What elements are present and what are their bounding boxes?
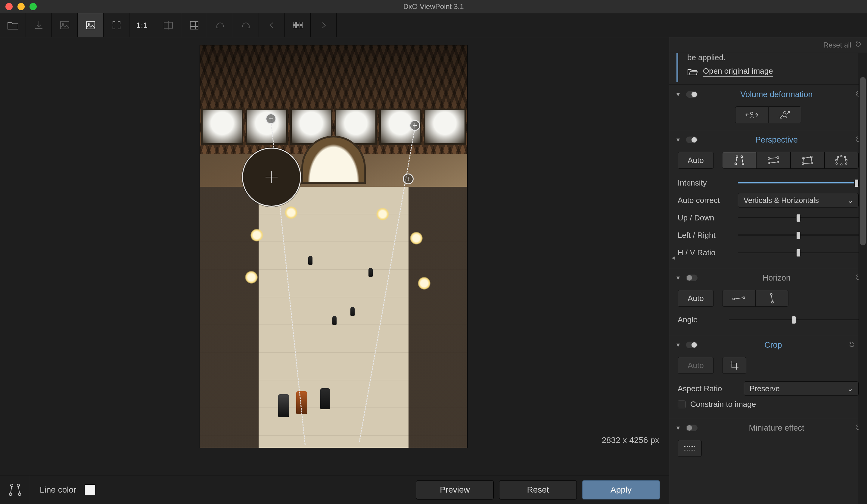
angle-label: Angle — [678, 315, 723, 325]
svg-line-17 — [11, 486, 12, 493]
close-window-button[interactable] — [6, 3, 13, 10]
open-file-button[interactable] — [0, 13, 26, 37]
disclosure-icon[interactable]: ▾ — [675, 90, 681, 98]
chevron-down-icon: ⌄ — [847, 384, 854, 393]
crop-tool-button[interactable] — [722, 357, 746, 374]
reset-all-button[interactable]: Reset all — [823, 41, 851, 49]
disclosure-icon[interactable]: ▾ — [675, 136, 681, 144]
svg-point-24 — [742, 163, 744, 165]
section-toggle-miniature[interactable] — [686, 425, 697, 431]
perspective-mode-vertical-lines[interactable] — [722, 152, 756, 169]
horizon-vertical-button[interactable] — [755, 290, 789, 307]
reset-all-icon — [855, 41, 861, 49]
svg-line-25 — [736, 157, 737, 163]
section-toggle-volume[interactable] — [686, 91, 697, 98]
scrollbar-thumb[interactable] — [860, 77, 866, 245]
volume-diagonal-button[interactable] — [768, 107, 801, 123]
image-dimensions-label: 2832 x 4256 px — [602, 436, 660, 445]
traffic-lights — [0, 3, 37, 10]
svg-point-22 — [741, 156, 743, 157]
section-title-perspective: Perspective — [702, 135, 851, 145]
section-reset-icon[interactable] — [849, 340, 855, 350]
svg-line-26 — [742, 157, 743, 163]
hvratio-slider[interactable] — [738, 249, 859, 257]
perspective-mode-rectangle[interactable] — [791, 152, 825, 169]
svg-point-42 — [841, 164, 842, 165]
perspective-handle-top-right[interactable] — [409, 120, 420, 131]
image-viewport[interactable]: 2832 x 4256 px — [0, 37, 669, 475]
horizon-auto-button[interactable]: Auto — [678, 290, 714, 307]
compare-button[interactable] — [156, 13, 181, 37]
prev-image-button[interactable] — [259, 13, 285, 37]
updown-slider[interactable] — [738, 213, 859, 222]
reset-button[interactable]: Reset — [499, 480, 577, 500]
undo-button[interactable] — [207, 13, 233, 37]
perspective-mode-8-points[interactable] — [825, 152, 859, 169]
section-crop: ▾ Crop Auto Aspect Ratio — [669, 335, 867, 418]
perspective-handle-top-left[interactable] — [266, 113, 276, 124]
horizon-horizontal-button[interactable] — [722, 290, 755, 307]
fit-to-screen-button[interactable] — [104, 13, 129, 37]
perspective-auto-button[interactable]: Auto — [678, 152, 714, 169]
perspective-mode-horizontal-lines[interactable] — [756, 152, 790, 169]
thumbnails-button[interactable] — [285, 13, 311, 37]
preview-button[interactable]: Preview — [416, 480, 494, 500]
auto-correct-select[interactable]: Verticals & Horizontals ⌄ — [738, 193, 859, 208]
svg-rect-9 — [300, 22, 302, 24]
intensity-slider[interactable] — [738, 179, 859, 187]
canvas-area: 2832 x 4256 px Line color Preview Reset … — [0, 37, 669, 504]
svg-point-30 — [777, 161, 779, 163]
section-toggle-perspective[interactable] — [686, 136, 697, 143]
svg-point-27 — [768, 157, 770, 160]
minimize-window-button[interactable] — [18, 3, 25, 10]
angle-slider[interactable] — [729, 316, 859, 324]
svg-line-49 — [735, 298, 743, 299]
maximize-window-button[interactable] — [30, 3, 37, 10]
auto-correct-value: Verticals & Horizontals — [743, 196, 819, 205]
svg-point-40 — [846, 163, 847, 164]
open-original-link[interactable]: Open original image — [687, 66, 861, 77]
svg-point-19 — [750, 112, 753, 114]
constrain-checkbox[interactable] — [678, 401, 685, 408]
perspective-loupe[interactable] — [242, 147, 301, 207]
aspect-ratio-value: Preserve — [750, 384, 780, 393]
line-color-swatch[interactable] — [85, 484, 95, 495]
volume-horizontal-button[interactable] — [735, 107, 768, 123]
chevron-down-icon: ⌄ — [847, 196, 854, 205]
processed-image-button[interactable] — [78, 13, 104, 37]
section-toggle-crop[interactable] — [686, 342, 697, 348]
constrain-label: Constrain to image — [690, 399, 756, 409]
redo-button[interactable] — [233, 13, 259, 37]
svg-point-48 — [743, 297, 745, 299]
svg-point-21 — [736, 156, 738, 157]
svg-line-18 — [18, 486, 20, 493]
perspective-tool-icon[interactable] — [0, 475, 30, 504]
crop-auto-button[interactable]: Auto — [678, 357, 714, 374]
svg-rect-8 — [297, 22, 299, 24]
hvratio-label: H / V Ratio — [678, 248, 732, 258]
perspective-handle-mid-right[interactable] — [403, 174, 414, 184]
disclosure-icon[interactable]: ▾ — [675, 341, 681, 349]
next-image-button[interactable] — [311, 13, 336, 37]
collapse-left-icon[interactable]: ◂ — [671, 253, 676, 262]
grid-overlay-button[interactable] — [181, 13, 207, 37]
svg-point-38 — [844, 156, 846, 158]
svg-point-20 — [784, 112, 786, 114]
svg-point-41 — [841, 155, 842, 157]
original-image-button[interactable] — [52, 13, 78, 37]
svg-point-39 — [836, 163, 837, 164]
section-horizon: ▾ Horizon Auto — [669, 268, 867, 335]
window-titlebar: DxO ViewPoint 3.1 — [0, 0, 867, 13]
aspect-ratio-select[interactable]: Preserve ⌄ — [744, 381, 859, 396]
leftright-slider[interactable] — [738, 231, 859, 239]
save-file-button[interactable] — [26, 13, 52, 37]
section-perspective: ▾ Perspective Auto — [669, 130, 867, 268]
miniature-tool-button[interactable] — [678, 440, 702, 457]
section-toggle-horizon[interactable] — [686, 275, 697, 281]
disclosure-icon[interactable]: ▾ — [675, 274, 681, 282]
apply-button[interactable]: Apply — [582, 480, 660, 500]
image-preview — [200, 45, 468, 448]
panel-scrollbar[interactable] — [859, 53, 867, 504]
disclosure-icon[interactable]: ▾ — [675, 424, 681, 432]
zoom-1to1-button[interactable]: 1:1 — [129, 13, 156, 37]
